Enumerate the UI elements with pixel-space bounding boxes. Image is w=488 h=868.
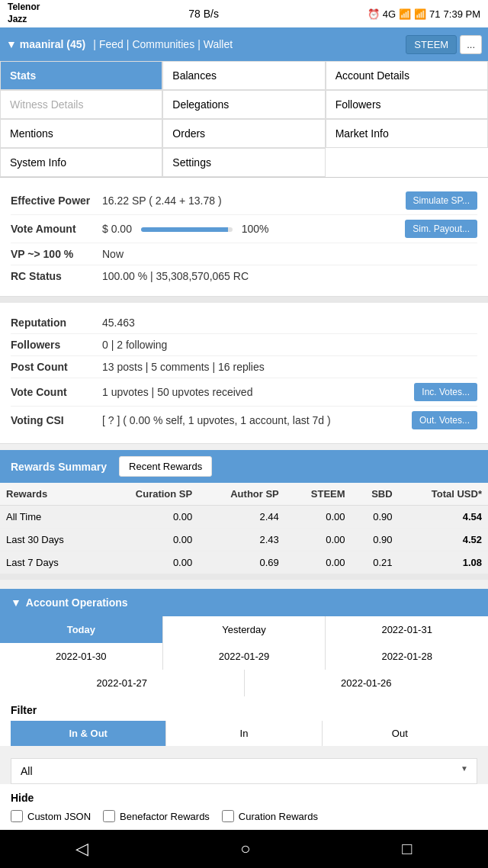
hide-curation-rewards[interactable]: Curation Rewards	[222, 810, 318, 822]
menu-grid: Stats Balances Account Details Witness D…	[0, 61, 488, 178]
network-icon: 4G	[383, 8, 396, 20]
battery-text: 71	[429, 8, 440, 20]
date-grid-row3: 2022-01-27 2022-01-26	[0, 670, 488, 696]
hide-custom-json[interactable]: Custom JSON	[11, 810, 91, 822]
filter-in[interactable]: In	[166, 721, 321, 746]
wifi-icon: 📶	[414, 8, 426, 20]
menu-followers[interactable]: Followers	[326, 90, 488, 119]
vote-bar	[141, 227, 233, 232]
dropdown-arrow-ops: ▼	[11, 596, 21, 609]
date-20220129[interactable]: 2022-01-29	[163, 643, 326, 670]
row-label-7days: Last 7 Days	[0, 551, 100, 574]
nav-feed[interactable]: Feed	[99, 38, 124, 50]
row-curation-7days: 0.00	[100, 551, 198, 574]
stat-value-vote-count: 1 upvotes | 50 upvotes received	[102, 386, 414, 398]
stat-row-effective-power: Effective Power 16.22 SP ( 2.44 + 13.78 …	[11, 187, 477, 215]
hide-benefactor-rewards[interactable]: Benefactor Rewards	[103, 810, 210, 822]
all-select-wrapper: All	[11, 752, 477, 784]
benefactor-rewards-label: Benefactor Rewards	[120, 811, 210, 822]
stat-row-voting-csi: Voting CSI [ ? ] ( 0.00 % self, 1 upvote…	[11, 407, 477, 434]
col-steem: STEEM	[285, 483, 352, 506]
menu-orders[interactable]: Orders	[162, 119, 325, 148]
sim-payout-button[interactable]: Sim. Payout...	[405, 220, 477, 238]
row-author-30days: 2.43	[198, 529, 285, 551]
stat-label-effective-power: Effective Power	[11, 194, 102, 207]
stat-value-effective-power: 16.22 SP ( 2.44 + 13.78 )	[102, 194, 406, 207]
carrier-text: TelenorJazz	[8, 2, 40, 25]
out-votes-button[interactable]: Out. Votes...	[412, 411, 477, 429]
filter-label: Filter	[11, 704, 477, 716]
date-20220128[interactable]: 2022-01-28	[326, 643, 488, 670]
stat-label-voting-csi: Voting CSI	[11, 414, 102, 426]
custom-json-label: Custom JSON	[27, 811, 91, 822]
stat-label-vote-amount: Vote Amount	[11, 223, 102, 235]
date-yesterday[interactable]: Yesterday	[163, 616, 326, 643]
rewards-table: Rewards Curation SP Author SP STEEM SBD …	[0, 483, 488, 574]
all-select[interactable]: All	[11, 758, 477, 784]
date-20220130[interactable]: 2022-01-30	[0, 643, 162, 670]
stat-row-vote-count: Vote Count 1 upvotes | 50 upvotes receiv…	[11, 378, 477, 407]
row-sbd-30days: 0.90	[352, 529, 399, 551]
menu-delegations[interactable]: Delegations	[162, 90, 325, 119]
hide-label: Hide	[11, 792, 477, 804]
hide-section: Hide Custom JSON Benefactor Rewards Cura…	[0, 784, 488, 830]
custom-json-checkbox[interactable]	[11, 810, 23, 822]
nav-bar: ▼ maaniral (45) | Feed | Communities | W…	[0, 27, 488, 61]
stat-row-post-count: Post Count 13 posts | 5 comments | 16 re…	[11, 356, 477, 378]
row-steem-7days: 0.00	[285, 551, 352, 574]
menu-account-details[interactable]: Account Details	[326, 61, 488, 90]
row-total-30days: 4.52	[399, 529, 488, 551]
divider-2	[0, 574, 488, 580]
date-20220131[interactable]: 2022-01-31	[326, 616, 488, 643]
back-button[interactable]: ◁	[75, 839, 88, 859]
stat-label-followers: Followers	[11, 339, 102, 351]
menu-mentions[interactable]: Mentions	[0, 119, 162, 148]
row-total-7days: 1.08	[399, 551, 488, 574]
benefactor-rewards-checkbox[interactable]	[103, 810, 115, 822]
row-label-30days: Last 30 Days	[0, 529, 100, 551]
date-20220126[interactable]: 2022-01-26	[245, 670, 489, 696]
home-button[interactable]: ○	[240, 839, 250, 859]
curation-rewards-checkbox[interactable]	[222, 810, 234, 822]
date-20220127[interactable]: 2022-01-27	[0, 670, 244, 696]
stat-value-followers: 0 | 2 following	[102, 339, 477, 351]
filter-in-out[interactable]: In & Out	[11, 721, 165, 746]
nav-username[interactable]: maaniral (45)	[20, 38, 85, 50]
menu-balances[interactable]: Balances	[162, 61, 325, 90]
nav-steem-button[interactable]: STEEM	[406, 35, 457, 54]
stat-value-rc: 100.00 % | 35,308,570,065 RC	[102, 270, 477, 282]
inc-votes-button[interactable]: Inc. Votes...	[414, 383, 477, 401]
menu-system-info[interactable]: System Info	[0, 148, 162, 177]
simulate-sp-button[interactable]: Simulate SP...	[406, 191, 477, 210]
status-icons: ⏰ 4G 📶 📶 71 7:39 PM	[368, 8, 480, 20]
menu-settings[interactable]: Settings	[162, 148, 325, 177]
account-operations-header: ▼ Account Operations	[0, 589, 488, 616]
signal-icon: 📶	[399, 8, 411, 20]
stat-value-vote-amount: $ 0.00 100%	[102, 223, 405, 235]
table-row: All Time 0.00 2.44 0.00 0.90 4.54	[0, 506, 488, 529]
menu-witness-details[interactable]: Witness Details	[0, 90, 162, 119]
filter-out[interactable]: Out	[323, 721, 477, 746]
recents-button[interactable]: □	[402, 839, 412, 859]
bottom-nav: ◁ ○ □	[0, 830, 488, 868]
table-row: Last 7 Days 0.00 0.69 0.00 0.21 1.08	[0, 551, 488, 574]
stats-section-2: Reputation 45.463 Followers 0 | 2 follow…	[0, 303, 488, 444]
row-sbd-alltime: 0.90	[352, 506, 399, 529]
menu-market-info[interactable]: Market Info	[326, 119, 488, 148]
stat-label-rc: RC Status	[11, 270, 102, 282]
nav-dots-button[interactable]: ...	[460, 35, 482, 54]
nav-wallet[interactable]: Wallet	[204, 38, 233, 50]
date-today[interactable]: Today	[0, 616, 162, 643]
stat-row-vp: VP ~> 100 % Now	[11, 243, 477, 265]
rewards-header: Rewards Summary Recent Rewards	[0, 450, 488, 483]
stats-section: Effective Power 16.22 SP ( 2.44 + 13.78 …	[0, 178, 488, 297]
menu-stats[interactable]: Stats	[0, 61, 162, 90]
stat-label-vp: VP ~> 100 %	[11, 248, 102, 260]
nav-communities[interactable]: Communities	[132, 38, 194, 50]
row-curation-alltime: 0.00	[100, 506, 198, 529]
rewards-title: Rewards Summary	[11, 461, 107, 473]
col-total-usd: Total USD*	[399, 483, 488, 506]
time-text: 7:39 PM	[444, 8, 480, 20]
col-rewards: Rewards	[0, 483, 100, 506]
recent-rewards-button[interactable]: Recent Rewards	[119, 456, 212, 477]
